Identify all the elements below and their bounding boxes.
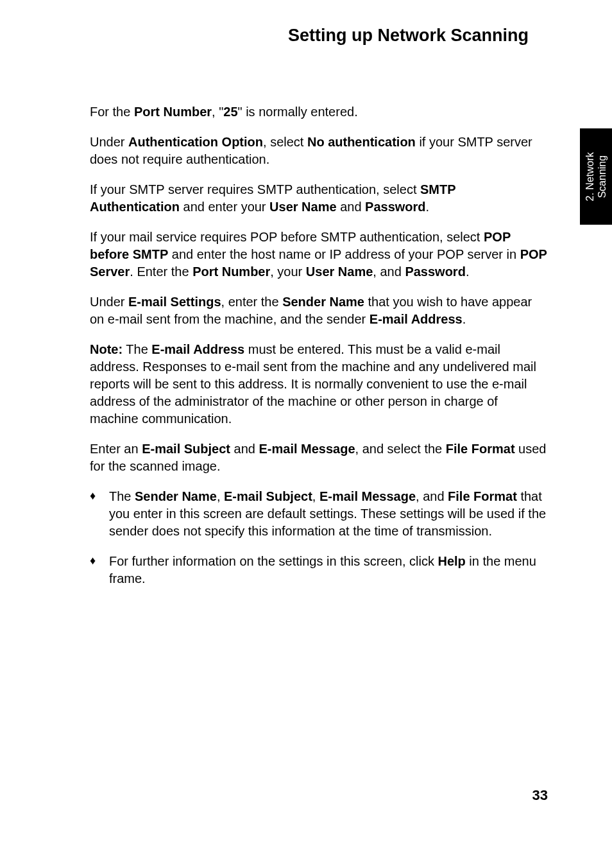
paragraph-note: Note: The E-mail Address must be entered… xyxy=(90,341,548,428)
page-number: 33 xyxy=(532,787,548,804)
paragraph-email-settings: Under E-mail Settings, enter the Sender … xyxy=(90,293,548,328)
paragraph-port-number: For the Port Number, "25" is normally en… xyxy=(90,103,548,121)
page: Setting up Network Scanning For the Port… xyxy=(0,0,612,868)
paragraph-pop-before-smtp: If your mail service requires POP before… xyxy=(90,229,548,281)
diamond-bullet-icon: ♦ xyxy=(90,488,109,540)
section-tab: 2. NetworkScanning xyxy=(580,128,612,225)
section-tab-label: 2. NetworkScanning xyxy=(584,152,608,201)
paragraph-email-subject: Enter an E-mail Subject and E-mail Messa… xyxy=(90,440,548,475)
page-title: Setting up Network Scanning xyxy=(90,26,529,46)
list-item: ♦ For further information on the setting… xyxy=(90,553,548,587)
list-item: ♦ The Sender Name, E-mail Subject, E-mai… xyxy=(90,488,548,540)
diamond-bullet-icon: ♦ xyxy=(90,553,109,587)
paragraph-auth-option: Under Authentication Option, select No a… xyxy=(90,134,548,168)
list-item-text: For further information on the settings … xyxy=(109,553,548,587)
bullet-list: ♦ The Sender Name, E-mail Subject, E-mai… xyxy=(90,488,548,587)
paragraph-smtp-auth: If your SMTP server requires SMTP authen… xyxy=(90,181,548,216)
list-item-text: The Sender Name, E-mail Subject, E-mail … xyxy=(109,488,548,540)
